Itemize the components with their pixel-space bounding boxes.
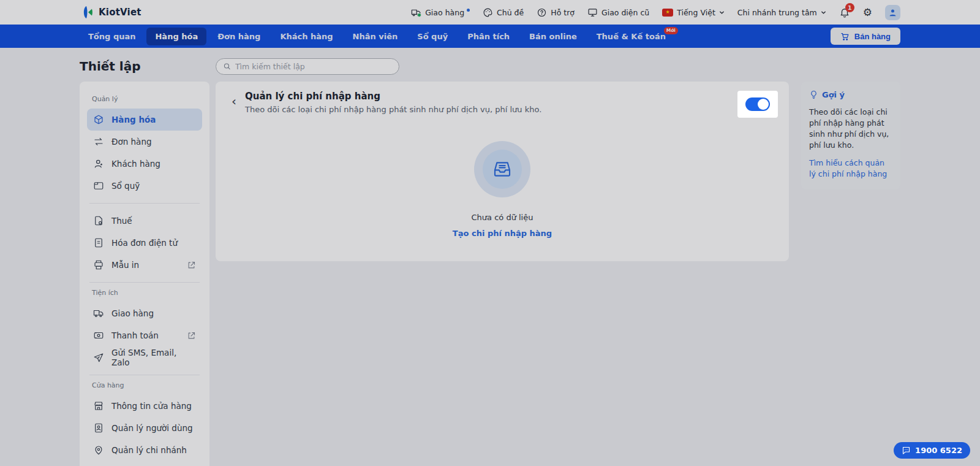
sidebar-item-label: Thông tin cửa hàng [111, 401, 192, 411]
main-navigation: Tổng quan Hàng hóa Đơn hàng Khách hàng N… [0, 25, 980, 48]
empty-state-circle [474, 141, 530, 197]
user-icon [888, 8, 897, 17]
sidebar-item-khach-hang[interactable]: Khách hàng [87, 153, 202, 175]
store-icon [93, 400, 104, 411]
settings-button[interactable]: ⚙ [863, 7, 872, 18]
inbox-icon [492, 159, 512, 179]
old-ui-label: Giao diện cũ [601, 8, 649, 17]
vietnam-flag-icon: ★ [662, 9, 673, 17]
brand-name: KiotViet [99, 7, 141, 18]
search-input[interactable] [235, 62, 392, 71]
sidebar-item-label: Thuế [111, 216, 132, 226]
document-icon [93, 237, 104, 248]
sidebar-divider [89, 203, 200, 204]
hint-body: Theo dõi các loại chi phí nhập hàng phát… [809, 107, 892, 151]
sidebar-divider [89, 282, 200, 283]
sidebar-item-label: Sổ quỹ [111, 181, 140, 191]
sidebar-item-thong-tin-cua-hang[interactable]: Thông tin cửa hàng [87, 395, 202, 417]
external-link-icon [187, 261, 196, 270]
support-phone-button[interactable]: 1900 6522 [894, 442, 970, 459]
language-label: Tiếng Việt [677, 8, 715, 17]
tab-nhan-vien[interactable]: Nhân viên [344, 28, 407, 45]
chat-bubble-icon [902, 446, 911, 455]
tab-khach-hang[interactable]: Khách hàng [271, 28, 341, 45]
user-card-icon [93, 422, 104, 434]
empty-state-text: Chưa có dữ liệu [472, 213, 533, 222]
tab-so-quy[interactable]: Sổ quỹ [409, 28, 456, 45]
sidebar-item-label: Thanh toán [111, 330, 159, 340]
gear-icon: ⚙ [863, 7, 872, 18]
settings-search[interactable] [216, 58, 399, 75]
back-button[interactable]: ‹ [232, 95, 236, 107]
sidebar-item-so-quy[interactable]: Sổ quỹ [87, 175, 202, 197]
theme-label: Chủ đề [497, 8, 524, 17]
user-avatar[interactable] [885, 5, 900, 20]
sidebar-divider [89, 375, 200, 375]
hint-learn-more-link[interactable]: Tìm hiểu cách quản lý chi phí nhập hàng [809, 158, 892, 180]
sidebar-item-quan-ly-chi-nhanh[interactable]: Quản lý chi nhánh [87, 439, 202, 461]
old-ui-menu[interactable]: Giao diện cũ [587, 7, 649, 18]
tab-thue-ke-toan[interactable]: Thuế & Kế toán Mới [588, 28, 674, 45]
tab-ban-online[interactable]: Bán online [521, 28, 586, 45]
toggle-knob [758, 99, 769, 110]
tab-hang-hoa[interactable]: Hàng hóa [146, 28, 206, 45]
printer-icon [93, 259, 104, 270]
toggle-spotlight [737, 91, 778, 118]
create-cost-link[interactable]: Tạo chi phí nhập hàng [453, 229, 552, 238]
monitor-icon [587, 7, 598, 18]
sidebar-item-gui-sms-email-zalo[interactable]: Gửi SMS, Email, Zalo [87, 346, 202, 369]
sell-button-label: Bán hàng [854, 32, 891, 41]
search-icon [223, 62, 231, 71]
empty-state: Chưa có dữ liệu Tạo chi phí nhập hàng [216, 141, 789, 238]
notifications-button[interactable]: 1 [839, 7, 850, 18]
sidebar-item-label: Gửi SMS, Email, Zalo [111, 348, 196, 367]
tab-phan-tich[interactable]: Phân tích [459, 28, 518, 45]
sidebar-item-giao-hang[interactable]: Giao hàng [87, 302, 202, 324]
branch-selector[interactable]: Chi nhánh trung tâm [737, 8, 826, 17]
sell-button[interactable]: Bán hàng [831, 28, 900, 45]
lightbulb-icon [809, 90, 818, 99]
sidebar-item-label: Giao hàng [111, 308, 154, 318]
send-icon [93, 352, 104, 363]
customer-icon [93, 158, 104, 169]
truck-icon [93, 308, 104, 319]
wallet-icon [93, 180, 104, 191]
settings-sidebar: Quản lý Hàng hóa Đơn hàng Khách hàng Sổ … [80, 82, 209, 466]
sidebar-item-label: Mẫu in [111, 260, 139, 270]
delivery-notification-dot [467, 9, 470, 12]
tab-don-hang[interactable]: Đơn hàng [209, 28, 269, 45]
sidebar-item-mau-in[interactable]: Mẫu in [87, 254, 202, 276]
new-feature-badge: Mới [664, 27, 678, 34]
top-bar: KiotViet Giao hàng Chủ đề Hỗ trợ [0, 0, 980, 25]
help-icon [537, 7, 547, 18]
sidebar-item-thanh-toan[interactable]: Thanh toán [87, 324, 202, 346]
chevron-down-icon [719, 10, 725, 15]
section-title-tien-ich: Tiện ích [92, 289, 197, 297]
sidebar-item-don-hang[interactable]: Đơn hàng [87, 131, 202, 153]
notification-badge: 1 [845, 3, 854, 12]
tab-thue-ke-toan-label: Thuế & Kế toán [597, 32, 666, 41]
external-link-icon [187, 331, 196, 340]
cart-icon [840, 32, 850, 41]
feature-subtitle: Theo dõi các loại chi phí nhập hàng phát… [245, 105, 541, 114]
sidebar-item-hang-hoa[interactable]: Hàng hóa [87, 109, 202, 131]
language-selector[interactable]: ★ Tiếng Việt [662, 8, 725, 17]
sidebar-item-label: Khách hàng [111, 159, 160, 169]
tab-tong-quan[interactable]: Tổng quan [80, 28, 144, 45]
support-phone-number: 1900 6522 [915, 446, 962, 455]
purchase-cost-toggle[interactable] [745, 97, 770, 111]
location-pin-icon [93, 445, 104, 456]
sidebar-item-hoa-don-dien-tu[interactable]: Hóa đơn điện tử [87, 232, 202, 254]
sidebar-item-label: Đơn hàng [111, 137, 152, 147]
section-title-quan-ly: Quản lý [92, 95, 197, 103]
branch-label: Chi nhánh trung tâm [737, 8, 817, 17]
support-menu[interactable]: Hỗ trợ [537, 7, 575, 18]
section-title-cua-hang: Cửa hàng [92, 381, 197, 389]
purchase-cost-panel: ‹ Quản lý chi phí nhập hàng Theo dõi các… [216, 82, 789, 261]
tax-file-icon [93, 215, 104, 226]
theme-menu[interactable]: Chủ đề [483, 7, 524, 18]
sidebar-item-quan-ly-nguoi-dung[interactable]: Quản lý người dùng [87, 417, 202, 439]
sidebar-item-thue[interactable]: Thuế [87, 210, 202, 232]
delivery-menu[interactable]: Giao hàng [411, 7, 470, 18]
money-icon [93, 330, 104, 341]
